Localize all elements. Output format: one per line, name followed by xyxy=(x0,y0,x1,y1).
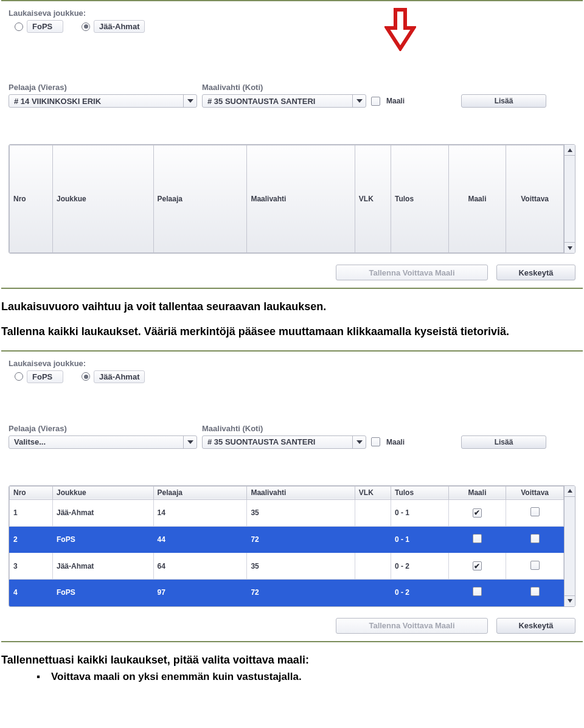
player-dropdown[interactable]: # 14 VIIKINKOSKI ERIK xyxy=(9,94,197,108)
goal-cell-checkbox[interactable]: ✔ xyxy=(473,508,482,518)
panel-shot-entry-1: Laukaiseva joukkue: FoPS Jää-Ahmat Pelaa… xyxy=(1,0,583,289)
chevron-down-icon xyxy=(183,436,196,448)
table-row[interactable]: 4FoPS97720 - 2 xyxy=(10,580,564,606)
radio-icon xyxy=(15,23,23,31)
table-row[interactable]: 3Jää-Ahmat64350 - 2✔ xyxy=(10,553,564,580)
table-scrollbar[interactable] xyxy=(564,486,575,606)
chevron-down-icon xyxy=(183,95,196,107)
team-radio-group: FoPS Jää-Ahmat xyxy=(15,370,575,383)
cancel-button[interactable]: Keskeytä xyxy=(496,265,575,280)
goal-checkbox-label: Maali xyxy=(386,97,405,105)
chevron-down-icon xyxy=(352,436,366,448)
goalie-dropdown-value: # 35 SUONTAUSTA SANTERI xyxy=(207,97,315,106)
goal-checkbox-label: Maali xyxy=(386,438,405,446)
team-name-jaaahmat: Jää-Ahmat xyxy=(94,370,145,383)
th-pelaaja: Pelaaja xyxy=(153,145,247,253)
save-winning-goal-button[interactable]: Tallenna Voittava Maali xyxy=(336,618,488,634)
winning-cell-checkbox[interactable] xyxy=(530,561,540,570)
player-dropdown-value: # 14 VIIKINKOSKI ERIK xyxy=(14,97,101,106)
goal-cell-checkbox[interactable]: ✔ xyxy=(473,561,482,570)
shooting-team-label: Laukaiseva joukkue: xyxy=(9,359,575,368)
goalie-dropdown[interactable]: # 35 SUONTAUSTA SANTERI xyxy=(202,94,366,108)
doc-para-2: Tallenna kaikki laukaukset. Vääriä merki… xyxy=(1,325,583,339)
th-pelaaja: Pelaaja xyxy=(153,486,247,499)
th-tulos: Tulos xyxy=(391,486,449,499)
radio-icon xyxy=(82,372,90,381)
th-nro: Nro xyxy=(10,145,53,253)
th-vlk: VLK xyxy=(355,486,391,499)
save-winning-goal-button[interactable]: Tallenna Voittava Maali xyxy=(336,265,488,280)
th-voittava: Voittava xyxy=(506,486,564,499)
goalie-dropdown-value: # 35 SUONTAUSTA SANTERI xyxy=(207,437,315,446)
panel-shot-entry-2: Laukaiseva joukkue: FoPS Jää-Ahmat Pelaa… xyxy=(1,350,583,642)
winning-cell-checkbox[interactable] xyxy=(530,587,540,596)
radio-icon xyxy=(82,23,90,31)
goal-cell-checkbox[interactable] xyxy=(473,534,482,543)
th-maali: Maali xyxy=(448,486,506,499)
shots-table: Nro Joukkue Pelaaja Maalivahti VLK Tulos… xyxy=(9,485,575,607)
th-joukkue: Joukkue xyxy=(52,486,153,499)
scroll-down-icon[interactable] xyxy=(565,595,575,606)
player-visitor-label: Pelaaja (Vieras) xyxy=(9,83,197,92)
table-scrollbar[interactable] xyxy=(564,145,575,253)
goalie-home-label: Maalivahti (Koti) xyxy=(202,83,366,92)
team-option-fops[interactable]: FoPS xyxy=(15,20,63,33)
scroll-up-icon[interactable] xyxy=(565,486,575,497)
arrow-down-icon xyxy=(384,7,416,54)
player-visitor-label: Pelaaja (Vieras) xyxy=(9,424,197,433)
th-maalivahti: Maalivahti xyxy=(247,145,355,253)
th-maalivahti: Maalivahti xyxy=(247,486,355,499)
player-dropdown-value: Valitse... xyxy=(14,437,46,446)
doc-bullet-1: Voittava maali on yksi enemmän kuin vast… xyxy=(36,671,584,683)
th-maali: Maali xyxy=(448,145,506,253)
shooting-team-label: Laukaiseva joukkue: xyxy=(9,9,575,18)
add-button[interactable]: Lisää xyxy=(461,435,546,449)
goalie-home-label: Maalivahti (Koti) xyxy=(202,424,366,433)
team-name-jaaahmat: Jää-Ahmat xyxy=(94,20,145,33)
winning-cell-checkbox[interactable] xyxy=(530,507,540,516)
goal-checkbox[interactable] xyxy=(371,437,380,446)
player-dropdown[interactable]: Valitse... xyxy=(9,435,197,449)
radio-icon xyxy=(15,372,23,381)
shots-table: Nro Joukkue Pelaaja Maalivahti VLK Tulos… xyxy=(9,144,575,254)
th-joukkue: Joukkue xyxy=(52,145,153,253)
chevron-down-icon xyxy=(352,95,366,107)
table-row[interactable]: 2FoPS44720 - 1 xyxy=(10,526,564,553)
goal-checkbox[interactable] xyxy=(371,97,380,106)
team-option-jaaahmat[interactable]: Jää-Ahmat xyxy=(82,20,145,33)
th-vlk: VLK xyxy=(355,145,391,253)
scroll-up-icon[interactable] xyxy=(565,145,575,156)
doc-para-3: Tallennettuasi kaikki laukaukset, pitää … xyxy=(1,653,583,667)
cancel-button[interactable]: Keskeytä xyxy=(496,618,575,634)
th-voittava: Voittava xyxy=(506,145,564,253)
winning-cell-checkbox[interactable] xyxy=(530,534,540,543)
table-row[interactable]: 1Jää-Ahmat14350 - 1✔ xyxy=(10,499,564,526)
th-tulos: Tulos xyxy=(391,145,449,253)
team-radio-group: FoPS Jää-Ahmat xyxy=(15,20,575,33)
team-name-fops: FoPS xyxy=(27,20,63,33)
add-button[interactable]: Lisää xyxy=(461,94,546,108)
team-option-fops[interactable]: FoPS xyxy=(15,370,63,383)
scroll-down-icon[interactable] xyxy=(565,242,575,253)
team-name-fops: FoPS xyxy=(27,370,63,383)
doc-para-1: Laukaisuvuoro vaihtuu ja voit tallentaa … xyxy=(1,300,583,314)
team-option-jaaahmat[interactable]: Jää-Ahmat xyxy=(82,370,145,383)
goalie-dropdown[interactable]: # 35 SUONTAUSTA SANTERI xyxy=(202,435,366,449)
goal-cell-checkbox[interactable] xyxy=(473,587,482,596)
th-nro: Nro xyxy=(10,486,53,499)
